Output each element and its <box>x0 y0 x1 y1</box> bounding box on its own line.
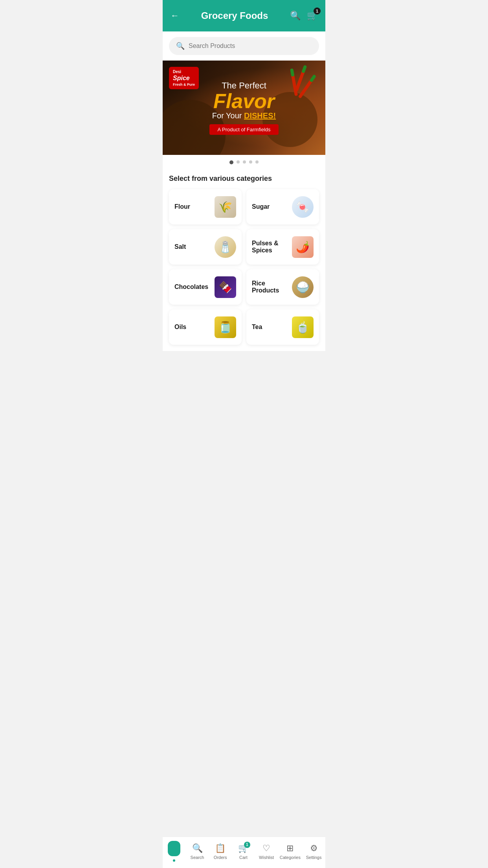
search-container: 🔍 <box>163 31 325 61</box>
header: ← Grocery Foods 🔍 🛒 1 <box>163 0 325 31</box>
category-rice-image: 🍚 <box>292 276 314 298</box>
categories-title: Select from various categories <box>169 170 319 189</box>
categories-section: Select from various categories Flour 🌾 S… <box>163 170 325 351</box>
category-pulses[interactable]: Pulses & Spices 🌶️ <box>246 229 319 265</box>
dot-2[interactable] <box>237 160 240 164</box>
category-salt[interactable]: Salt 🧂 <box>169 229 242 265</box>
categories-grid: Flour 🌾 Sugar 🍬 Salt 🧂 Pulses & Spices 🌶… <box>169 189 319 345</box>
category-sugar[interactable]: Sugar 🍬 <box>246 189 319 224</box>
category-salt-image: 🧂 <box>215 236 236 258</box>
dot-5[interactable] <box>255 160 259 164</box>
back-button[interactable]: ← <box>171 11 179 21</box>
cart-icon[interactable]: 🛒 1 <box>307 11 317 21</box>
category-pulses-label: Pulses & Spices <box>252 240 289 254</box>
dot-4[interactable] <box>249 160 252 164</box>
category-sugar-image: 🍬 <box>292 196 314 218</box>
category-chocolates-image: 🍫 <box>215 276 236 298</box>
promo-banner: Desi Spice Fresh & Pure The Perfect Flav… <box>163 61 325 155</box>
search-icon[interactable]: 🔍 <box>290 11 301 21</box>
category-chocolates[interactable]: Chocolates 🍫 <box>169 269 242 305</box>
category-rice-label: Rice Products <box>252 280 289 294</box>
category-sugar-label: Sugar <box>252 203 270 210</box>
category-tea-label: Tea <box>252 324 262 331</box>
page-title: Grocery Foods <box>201 10 268 21</box>
category-oils[interactable]: Oils 🫙 <box>169 309 242 345</box>
category-flour[interactable]: Flour 🌾 <box>169 189 242 224</box>
search-bar[interactable]: 🔍 <box>169 37 319 55</box>
category-tea[interactable]: Tea 🍵 <box>246 309 319 345</box>
brand-logo: Desi Spice Fresh & Pure <box>169 67 199 89</box>
dot-3[interactable] <box>243 160 246 164</box>
category-chocolates-label: Chocolates <box>174 283 208 291</box>
category-tea-image: 🍵 <box>292 316 314 338</box>
cart-badge: 1 <box>314 7 321 15</box>
category-oils-label: Oils <box>174 324 186 331</box>
category-rice[interactable]: Rice Products 🍚 <box>246 269 319 305</box>
category-pulses-image: 🌶️ <box>292 236 314 258</box>
search-bar-icon: 🔍 <box>176 42 185 50</box>
header-actions: 🔍 🛒 1 <box>290 11 317 21</box>
category-flour-label: Flour <box>174 203 190 210</box>
category-flour-image: 🌾 <box>215 196 236 218</box>
category-oils-image: 🫙 <box>215 316 236 338</box>
banner-cta[interactable]: A Product of Farmfields <box>209 124 278 135</box>
search-input[interactable] <box>189 42 312 50</box>
dot-1[interactable] <box>229 160 233 164</box>
banner-dots <box>163 155 325 170</box>
banner-text: The Perfect Flavor For Your DISHES! A Pr… <box>202 81 286 135</box>
category-salt-label: Salt <box>174 243 186 250</box>
